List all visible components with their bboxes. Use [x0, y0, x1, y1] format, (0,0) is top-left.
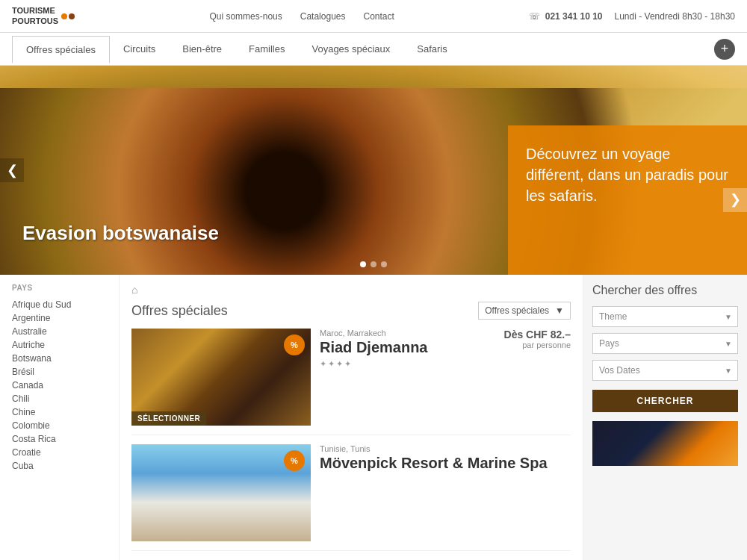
sidebar-item-bresil[interactable]: Brésil — [12, 365, 107, 379]
offer-price-riad: Dès CHF 82.– par personne — [504, 329, 571, 426]
logo-dots — [61, 13, 75, 19]
offer-card-riad: % SÉLECTIONNER Maroc, Marrakech Riad Dje… — [131, 329, 571, 435]
sidebar-item-chine[interactable]: Chine — [12, 405, 107, 419]
theme-select-wrapper: Theme ▼ — [592, 306, 738, 327]
sidebar-item-croatie[interactable]: Croatie — [12, 446, 107, 459]
logo-dot-orange — [61, 13, 67, 19]
offer-image-riad: % SÉLECTIONNER — [131, 329, 311, 426]
logo: TOURISME POURTOUS — [12, 6, 75, 25]
sidebar-item-colombie[interactable]: Colombie — [12, 419, 107, 432]
search-sidebar: Chercher des offres Theme ▼ Pays ▼ Vos D… — [583, 275, 747, 560]
top-bar: TOURISME POURTOUS Qui sommes-nous Catalo… — [0, 0, 747, 33]
hero-dot-2[interactable] — [371, 261, 376, 267]
sidebar-item-cuba[interactable]: Cuba — [12, 459, 107, 473]
tab-safaris[interactable]: Safaris — [403, 36, 460, 62]
tab-offres-speciales[interactable]: Offres spéciales — [12, 36, 110, 63]
riad-name[interactable]: Riad Djemanna — [320, 339, 495, 356]
hero-title: Evasion botswanaise — [22, 222, 219, 245]
country-sidebar: PAYS Afrique du Sud Argentine Australie … — [0, 275, 120, 560]
sidebar-item-afrique[interactable]: Afrique du Sud — [12, 298, 107, 311]
filter-label: Offres spéciales — [485, 305, 549, 316]
riad-price-suffix: par personne — [504, 340, 571, 349]
main-navigation: Offres spéciales Circuits Bien-être Fami… — [0, 33, 747, 66]
add-tab-button[interactable]: + — [714, 39, 735, 60]
tab-voyages-speciaux[interactable]: Voyages spéciaux — [298, 36, 403, 62]
filter-dropdown[interactable]: Offres spéciales ▼ — [478, 302, 571, 320]
hero-next-button[interactable]: ❯ — [723, 188, 747, 212]
pays-select-wrapper: Pays ▼ — [592, 333, 738, 354]
movenpick-name[interactable]: Mövenpick Resort & Marine Spa — [320, 455, 571, 472]
tab-circuits[interactable]: Circuits — [110, 36, 169, 62]
filter-arrow-icon: ▼ — [555, 305, 564, 316]
sidebar-item-autriche[interactable]: Autriche — [12, 338, 107, 352]
sidebar-item-argentine[interactable]: Argentine — [12, 311, 107, 325]
offer-image-movenpick: % — [131, 444, 311, 541]
sidebar-item-chili[interactable]: Chili — [12, 392, 107, 405]
hero-dot-3[interactable] — [381, 261, 387, 267]
offer-info-movenpick: Tunisie, Tunis Mövenpick Resort & Marine… — [320, 444, 571, 541]
hero-prev-button[interactable]: ❮ — [0, 158, 24, 182]
movenpick-location: Tunisie, Tunis — [320, 444, 571, 453]
tab-familles[interactable]: Familles — [235, 36, 298, 62]
main-content: ⌂ Offres spéciales Offres spéciales ▼ % … — [120, 275, 583, 560]
riad-stars: ✦✦✦✦ — [320, 359, 495, 369]
content-area: PAYS Afrique du Sud Argentine Australie … — [0, 275, 747, 560]
logo-text: TOURISME POURTOUS — [12, 6, 58, 25]
offer-badge-riad: % — [284, 335, 305, 355]
sidebar-pays-title: PAYS — [12, 284, 107, 292]
phone-number: ☏ 021 341 10 10 — [529, 11, 602, 22]
riad-price: Dès CHF 82.– — [504, 329, 571, 340]
phone-icon: ☏ — [529, 11, 540, 22]
nav-contact[interactable]: Contact — [363, 11, 394, 22]
logo-dot-brown — [69, 13, 75, 19]
hero-banner: ❮ Evasion botswanaise Découvrez un voyag… — [0, 66, 747, 275]
hero-description-text: Découvrez un voyage différent, dans un p… — [526, 146, 728, 204]
search-sidebar-title: Chercher des offres — [592, 284, 738, 297]
pays-select[interactable]: Pays — [592, 333, 738, 354]
hero-dot-1[interactable] — [360, 261, 366, 267]
home-icon[interactable]: ⌂ — [131, 284, 137, 296]
offer-info-riad: Maroc, Marrakech Riad Djemanna ✦✦✦✦ — [320, 329, 495, 426]
top-contact: ☏ 021 341 10 10 Lundi - Vendredi 8h30 - … — [529, 11, 735, 22]
sidebar-item-canada[interactable]: Canada — [12, 379, 107, 392]
search-button[interactable]: CHERCHER — [592, 390, 738, 412]
promo-image — [592, 421, 738, 466]
riad-select-button[interactable]: SÉLECTIONNER — [131, 411, 206, 426]
promo-image-container — [592, 421, 738, 466]
dates-select-wrapper: Vos Dates ▼ — [592, 360, 738, 381]
section-header: Offres spéciales Offres spéciales ▼ — [131, 302, 571, 320]
tab-bien-etre[interactable]: Bien-être — [169, 36, 235, 62]
dates-select[interactable]: Vos Dates — [592, 360, 738, 381]
breadcrumb: ⌂ — [131, 284, 571, 296]
hero-description-box: Découvrez un voyage différent, dans un p… — [508, 125, 747, 275]
sidebar-item-costarica[interactable]: Costa Rica — [12, 432, 107, 446]
sidebar-item-botswana[interactable]: Botswana — [12, 352, 107, 365]
top-navigation: Qui sommes-nous Catalogues Contact — [209, 11, 394, 22]
hero-dot-indicators — [360, 261, 387, 267]
offer-badge-movenpick: % — [284, 450, 305, 471]
theme-select[interactable]: Theme — [592, 306, 738, 327]
nav-qui-sommes-nous[interactable]: Qui sommes-nous — [209, 11, 282, 22]
riad-location: Maroc, Marrakech — [320, 329, 495, 337]
section-title: Offres spéciales — [131, 303, 228, 319]
business-hours: Lundi - Vendredi 8h30 - 18h30 — [615, 11, 735, 22]
offer-card-movenpick: % Tunisie, Tunis Mövenpick Resort & Mari… — [131, 444, 571, 551]
sidebar-item-australie[interactable]: Australie — [12, 325, 107, 338]
nav-catalogues[interactable]: Catalogues — [300, 11, 346, 22]
